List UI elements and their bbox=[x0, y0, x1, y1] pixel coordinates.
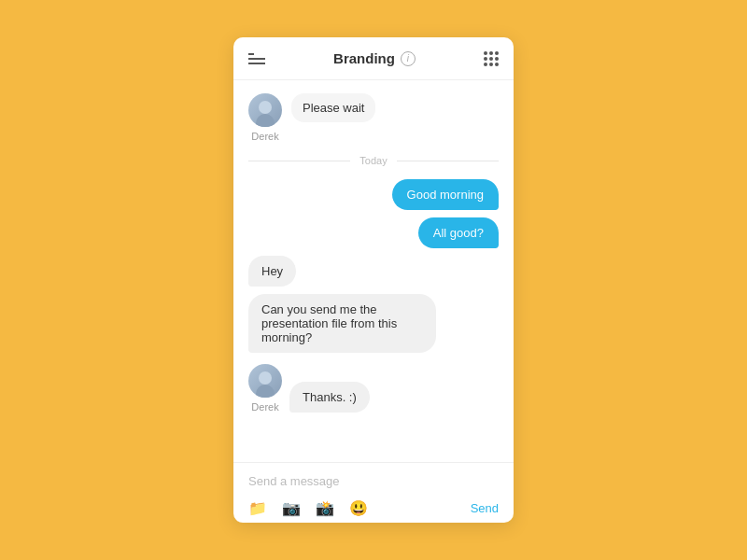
grid-icon[interactable] bbox=[484, 51, 499, 66]
derek-avatar-top bbox=[248, 93, 282, 127]
message-input[interactable] bbox=[248, 472, 499, 496]
emoji-icon[interactable]: 😃 bbox=[349, 499, 368, 517]
toolbar-icons: 📁 📷 📸 😃 bbox=[248, 499, 368, 517]
date-divider: Today bbox=[233, 149, 514, 172]
derek-avatar-col-bottom: Derek bbox=[248, 364, 282, 413]
message-row: All good? bbox=[248, 217, 499, 248]
status-bubble: Please wait bbox=[291, 93, 375, 122]
chat-container: Branding i Derek Please wait Today Good … bbox=[233, 37, 514, 523]
received-bubble-derek: Thanks. :) bbox=[289, 382, 370, 413]
camera-icon[interactable]: 📸 bbox=[316, 499, 334, 517]
derek-label-bottom: Derek bbox=[251, 401, 278, 413]
received-bubble: Hey bbox=[248, 256, 296, 287]
menu-icon[interactable] bbox=[248, 53, 265, 64]
date-label: Today bbox=[350, 155, 396, 166]
messages-area: Good morning All good? Hey Can you send … bbox=[233, 172, 514, 462]
received-bubble: Can you send me the presentation file fr… bbox=[248, 294, 436, 353]
divider-line-left bbox=[248, 161, 350, 161]
header-title: Branding bbox=[333, 50, 395, 66]
message-row: Good morning bbox=[248, 179, 499, 210]
send-button[interactable]: Send bbox=[471, 501, 499, 515]
info-icon[interactable]: i bbox=[401, 51, 416, 66]
header: Branding i bbox=[233, 37, 514, 80]
sent-bubble: Good morning bbox=[392, 179, 499, 210]
message-row: Can you send me the presentation file fr… bbox=[248, 294, 499, 353]
divider-line-right bbox=[397, 161, 499, 161]
derek-label-top: Derek bbox=[251, 131, 278, 142]
sent-bubble: All good? bbox=[418, 217, 499, 248]
toolbar: 📁 📷 📸 😃 Send bbox=[248, 496, 499, 517]
folder-icon[interactable]: 📁 bbox=[248, 499, 267, 517]
input-area: 📁 📷 📸 😃 Send bbox=[233, 462, 514, 523]
derek-message-row: Derek Thanks. :) bbox=[248, 360, 499, 413]
status-row: Derek Please wait bbox=[233, 80, 514, 149]
header-title-area: Branding i bbox=[333, 50, 416, 66]
image-icon[interactable]: 📷 bbox=[282, 499, 301, 517]
derek-avatar-bottom bbox=[248, 364, 282, 398]
derek-avatar-col: Derek bbox=[248, 93, 282, 142]
message-row: Hey bbox=[248, 256, 499, 287]
